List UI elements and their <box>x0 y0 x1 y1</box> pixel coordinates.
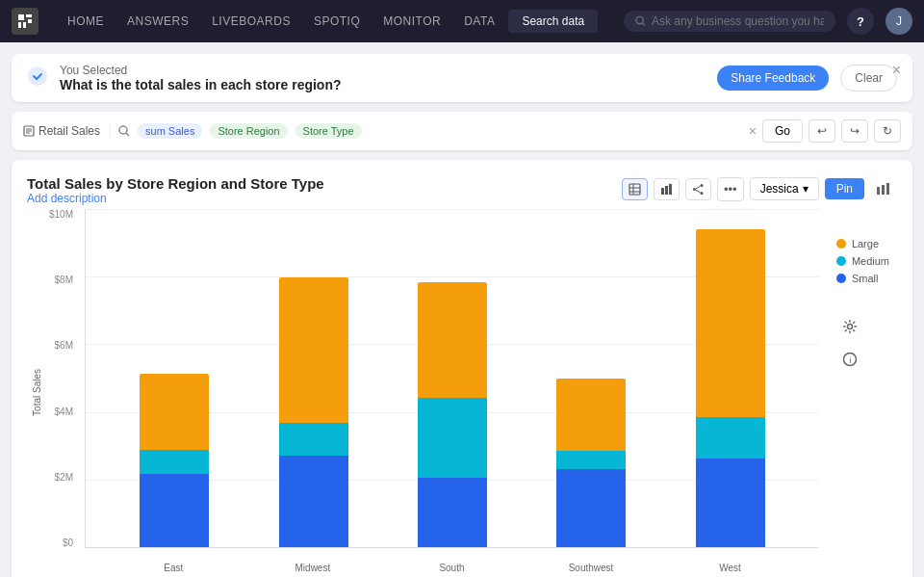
pin-button[interactable]: Pin <box>825 178 864 199</box>
svg-rect-2 <box>18 22 21 28</box>
info-icon: i <box>842 352 858 367</box>
main-content: You Selected What is the total sales in … <box>0 42 924 577</box>
share-button[interactable] <box>685 178 711 200</box>
bar-chart-icon <box>660 183 673 196</box>
svg-text:i: i <box>849 355 851 365</box>
bar-seg-large <box>279 277 348 423</box>
x-axis-labels: EastMidwestSouthSouthwestWest <box>85 552 819 575</box>
chart-settings-button[interactable] <box>870 175 897 202</box>
global-search-bar[interactable] <box>624 11 835 32</box>
x-label-east: East <box>104 552 244 575</box>
list-icon <box>23 125 35 137</box>
bar-seg-large <box>556 379 626 451</box>
x-label-south: South <box>382 552 522 575</box>
chart-card-header: Total Sales by Store Region and Store Ty… <box>27 175 897 205</box>
share-feedback-button[interactable]: Share Feedback <box>717 66 829 91</box>
go-button[interactable]: Go <box>762 119 803 143</box>
gear-icon <box>842 319 858 334</box>
bar-group-west <box>692 229 769 547</box>
close-button[interactable]: × <box>892 62 901 79</box>
nav-monitor[interactable]: MONITOR <box>373 11 450 32</box>
bar-group-southwest <box>552 379 629 547</box>
bar-seg-large <box>418 282 487 398</box>
bar-seg-medium <box>418 398 487 478</box>
x-label-west: West <box>660 552 800 575</box>
legend-medium-dot <box>836 256 846 266</box>
stacked-bar-southwest[interactable] <box>556 379 626 547</box>
svg-point-29 <box>847 325 852 329</box>
chart-body: Total Sales $10M $8M $6M $4M $2M $0 <box>27 209 897 577</box>
gear-icon-button[interactable] <box>836 313 863 340</box>
refresh-button[interactable]: ↻ <box>874 119 901 143</box>
chart-toolbar: ••• <box>622 177 744 201</box>
chart-title: Total Sales by Store Region and Store Ty… <box>27 175 324 192</box>
global-search-input[interactable] <box>652 14 824 28</box>
tag-store-region[interactable]: Store Region <box>210 123 287 139</box>
bar-seg-small <box>418 478 487 547</box>
more-options-button[interactable]: ••• <box>717 177 744 201</box>
svg-line-25 <box>696 190 701 193</box>
chart-title-section: Total Sales by Store Region and Store Ty… <box>27 175 324 205</box>
svg-rect-26 <box>877 187 880 195</box>
nav-liveboards[interactable]: LIVEBOARDS <box>202 11 300 32</box>
y-axis-label: Total Sales <box>32 369 42 416</box>
help-button[interactable]: ? <box>847 8 874 35</box>
chart-right-icons: i <box>836 303 897 373</box>
nav-answers[interactable]: ANSWERS <box>117 11 198 32</box>
add-description[interactable]: Add description <box>27 192 324 205</box>
search-bar-container: Retail Sales sum Sales Store Region Stor… <box>12 112 912 150</box>
table-view-button[interactable] <box>622 178 648 200</box>
bar-seg-small <box>556 469 626 547</box>
legend-small-dot <box>836 274 846 283</box>
svg-point-23 <box>693 188 696 191</box>
jessica-dropdown[interactable]: Jessica ▾ <box>750 177 819 200</box>
svg-rect-27 <box>882 185 885 195</box>
bar-seg-large <box>140 374 209 450</box>
stacked-bar-west[interactable] <box>696 229 765 547</box>
stacked-bar-midwest[interactable] <box>279 277 348 547</box>
stacked-bar-east[interactable] <box>140 374 209 547</box>
legend-small: Small <box>836 273 889 284</box>
undo-button[interactable]: ↩ <box>808 119 835 143</box>
stacked-bar-south[interactable] <box>418 282 487 547</box>
nav-spotiq[interactable]: SPOTIQ <box>304 11 370 32</box>
clear-button[interactable]: Clear <box>840 65 897 92</box>
search-data-button[interactable]: Search data <box>508 10 598 33</box>
bar-chart-2-icon <box>876 181 891 197</box>
chart-plot-area: $10M $8M $6M $4M $2M $0 <box>46 209 829 575</box>
search-bar-icon <box>118 125 130 137</box>
user-avatar[interactable]: J <box>886 8 912 35</box>
info-icon-button[interactable]: i <box>836 346 863 373</box>
clear-search-button[interactable]: × <box>749 123 757 139</box>
chart-area: Total Sales $10M $8M $6M $4M $2M $0 <box>27 209 829 577</box>
chart-view-button[interactable] <box>654 178 680 200</box>
tag-sum-sales[interactable]: sum Sales <box>138 123 202 139</box>
bars-group <box>86 209 819 547</box>
legend-large: Large <box>836 238 889 249</box>
you-selected-text: You Selected What is the total sales in … <box>60 64 706 92</box>
nav-home[interactable]: HOME <box>58 11 114 32</box>
source-label: Retail Sales <box>38 124 100 138</box>
bar-seg-medium <box>556 451 626 469</box>
you-selected-question: What is the total sales in each store re… <box>60 77 706 92</box>
nav-data[interactable]: DATA <box>454 11 504 32</box>
svg-rect-0 <box>18 14 24 20</box>
redo-button[interactable]: ↪ <box>841 119 868 143</box>
svg-point-21 <box>700 184 703 187</box>
y-tick-0: $0 <box>63 538 79 548</box>
svg-rect-14 <box>629 184 640 195</box>
x-label-southwest: Southwest <box>522 552 661 575</box>
svg-rect-18 <box>661 188 664 195</box>
chart-inner: Total Sales $10M $8M $6M $4M $2M $0 <box>27 209 829 575</box>
y-tick-4m: $4M <box>55 407 79 417</box>
you-selected-bar: You Selected What is the total sales in … <box>12 54 912 102</box>
table-icon <box>629 183 641 196</box>
svg-rect-1 <box>26 14 32 17</box>
search-bar-right: × Go ↩ ↪ ↻ <box>749 119 901 143</box>
jessica-label: Jessica <box>760 182 799 196</box>
bar-seg-small <box>140 474 209 547</box>
share-icon <box>692 183 705 196</box>
chart-legend: Large Medium Small <box>836 209 889 284</box>
bar-group-east <box>136 374 213 547</box>
tag-store-type[interactable]: Store Type <box>295 123 362 139</box>
